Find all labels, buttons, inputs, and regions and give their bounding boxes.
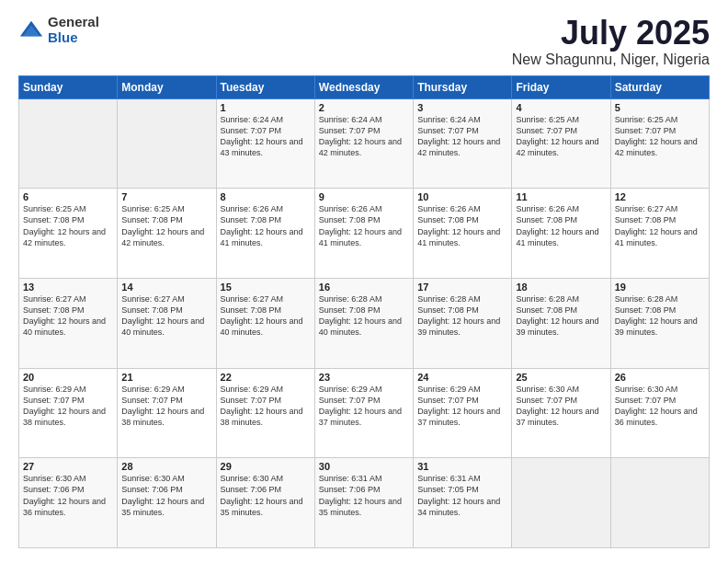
- calendar-cell: 1Sunrise: 6:24 AM Sunset: 7:07 PM Daylig…: [216, 98, 314, 189]
- calendar-cell: 16Sunrise: 6:28 AM Sunset: 7:08 PM Dayli…: [314, 278, 413, 368]
- calendar-cell: 13Sunrise: 6:27 AM Sunset: 7:08 PM Dayli…: [19, 278, 118, 368]
- day-info: Sunrise: 6:29 AM Sunset: 7:07 PM Dayligh…: [417, 384, 507, 429]
- logo: General Blue: [18, 15, 99, 45]
- day-number: 15: [221, 282, 311, 293]
- day-number: 16: [319, 282, 409, 293]
- calendar-body: 1Sunrise: 6:24 AM Sunset: 7:07 PM Daylig…: [19, 98, 710, 547]
- day-info: Sunrise: 6:30 AM Sunset: 7:06 PM Dayligh…: [23, 473, 113, 518]
- calendar-cell: 15Sunrise: 6:27 AM Sunset: 7:08 PM Dayli…: [216, 278, 314, 368]
- day-info: Sunrise: 6:28 AM Sunset: 7:08 PM Dayligh…: [417, 293, 507, 339]
- day-info: Sunrise: 6:27 AM Sunset: 7:08 PM Dayligh…: [221, 293, 311, 339]
- calendar-cell: 8Sunrise: 6:26 AM Sunset: 7:08 PM Daylig…: [216, 189, 314, 279]
- calendar-cell: 19Sunrise: 6:28 AM Sunset: 7:08 PM Dayli…: [610, 278, 709, 368]
- day-info: Sunrise: 6:31 AM Sunset: 7:05 PM Dayligh…: [417, 473, 507, 518]
- calendar-cell: 31Sunrise: 6:31 AM Sunset: 7:05 PM Dayli…: [414, 458, 512, 548]
- day-number: 11: [516, 191, 606, 202]
- calendar-cell: 9Sunrise: 6:26 AM Sunset: 7:08 PM Daylig…: [314, 189, 413, 279]
- day-number: 10: [417, 191, 507, 202]
- day-info: Sunrise: 6:28 AM Sunset: 7:08 PM Dayligh…: [516, 293, 606, 339]
- day-info: Sunrise: 6:30 AM Sunset: 7:06 PM Dayligh…: [221, 473, 311, 518]
- day-number: 12: [615, 191, 705, 202]
- day-number: 28: [121, 461, 211, 472]
- day-info: Sunrise: 6:30 AM Sunset: 7:06 PM Dayligh…: [121, 473, 211, 518]
- calendar-cell: 11Sunrise: 6:26 AM Sunset: 7:08 PM Dayli…: [512, 189, 610, 279]
- day-number: 29: [221, 461, 311, 472]
- day-number: 2: [319, 102, 409, 113]
- day-info: Sunrise: 6:26 AM Sunset: 7:08 PM Dayligh…: [221, 203, 311, 248]
- week-row-2: 6Sunrise: 6:25 AM Sunset: 7:08 PM Daylig…: [19, 189, 710, 279]
- calendar-cell: 27Sunrise: 6:30 AM Sunset: 7:06 PM Dayli…: [19, 458, 118, 548]
- calendar-cell: [19, 98, 118, 189]
- day-info: Sunrise: 6:29 AM Sunset: 7:07 PM Dayligh…: [23, 384, 113, 429]
- day-number: 22: [221, 372, 311, 383]
- calendar-cell: 14Sunrise: 6:27 AM Sunset: 7:08 PM Dayli…: [118, 278, 216, 368]
- day-info: Sunrise: 6:26 AM Sunset: 7:08 PM Dayligh…: [516, 203, 606, 248]
- week-row-4: 20Sunrise: 6:29 AM Sunset: 7:07 PM Dayli…: [19, 368, 710, 458]
- week-row-3: 13Sunrise: 6:27 AM Sunset: 7:08 PM Dayli…: [19, 278, 710, 368]
- calendar-cell: 17Sunrise: 6:28 AM Sunset: 7:08 PM Dayli…: [414, 278, 512, 368]
- day-info: Sunrise: 6:24 AM Sunset: 7:07 PM Dayligh…: [221, 114, 311, 159]
- logo-text: General Blue: [48, 15, 99, 45]
- title-section: July 2025 New Shagunnu, Niger, Nigeria: [512, 15, 710, 68]
- calendar-cell: 29Sunrise: 6:30 AM Sunset: 7:06 PM Dayli…: [216, 458, 314, 548]
- day-of-week-saturday: Saturday: [610, 75, 709, 98]
- day-of-week-thursday: Thursday: [414, 75, 512, 98]
- logo-blue-text: Blue: [48, 30, 99, 46]
- calendar-cell: 26Sunrise: 6:30 AM Sunset: 7:07 PM Dayli…: [610, 368, 709, 458]
- calendar-cell: 28Sunrise: 6:30 AM Sunset: 7:06 PM Dayli…: [118, 458, 216, 548]
- calendar-cell: 5Sunrise: 6:25 AM Sunset: 7:07 PM Daylig…: [610, 98, 709, 189]
- day-info: Sunrise: 6:26 AM Sunset: 7:08 PM Dayligh…: [417, 203, 507, 248]
- day-info: Sunrise: 6:31 AM Sunset: 7:06 PM Dayligh…: [319, 473, 409, 518]
- day-info: Sunrise: 6:30 AM Sunset: 7:07 PM Dayligh…: [516, 384, 606, 429]
- day-info: Sunrise: 6:30 AM Sunset: 7:07 PM Dayligh…: [615, 384, 705, 429]
- page: General Blue July 2025 New Shagunnu, Nig…: [0, 0, 728, 563]
- week-row-5: 27Sunrise: 6:30 AM Sunset: 7:06 PM Dayli…: [19, 458, 710, 548]
- calendar-cell: 7Sunrise: 6:25 AM Sunset: 7:08 PM Daylig…: [118, 189, 216, 279]
- day-of-week-friday: Friday: [512, 75, 610, 98]
- day-info: Sunrise: 6:25 AM Sunset: 7:07 PM Dayligh…: [615, 114, 705, 159]
- calendar-cell: 23Sunrise: 6:29 AM Sunset: 7:07 PM Dayli…: [314, 368, 413, 458]
- days-of-week-row: SundayMondayTuesdayWednesdayThursdayFrid…: [19, 75, 710, 98]
- day-number: 30: [319, 461, 409, 472]
- calendar-cell: 18Sunrise: 6:28 AM Sunset: 7:08 PM Dayli…: [512, 278, 610, 368]
- day-number: 4: [516, 102, 606, 113]
- calendar-cell: 30Sunrise: 6:31 AM Sunset: 7:06 PM Dayli…: [314, 458, 413, 548]
- day-info: Sunrise: 6:28 AM Sunset: 7:08 PM Dayligh…: [615, 293, 705, 339]
- day-info: Sunrise: 6:29 AM Sunset: 7:07 PM Dayligh…: [221, 384, 311, 429]
- day-number: 7: [121, 191, 211, 202]
- day-number: 21: [121, 372, 211, 383]
- day-info: Sunrise: 6:29 AM Sunset: 7:07 PM Dayligh…: [121, 384, 211, 429]
- day-info: Sunrise: 6:25 AM Sunset: 7:08 PM Dayligh…: [121, 203, 211, 248]
- calendar-cell: 25Sunrise: 6:30 AM Sunset: 7:07 PM Dayli…: [512, 368, 610, 458]
- day-info: Sunrise: 6:27 AM Sunset: 7:08 PM Dayligh…: [615, 203, 705, 248]
- day-number: 1: [221, 102, 311, 113]
- day-number: 17: [417, 282, 507, 293]
- day-number: 24: [417, 372, 507, 383]
- calendar-cell: 12Sunrise: 6:27 AM Sunset: 7:08 PM Dayli…: [610, 189, 709, 279]
- day-number: 26: [615, 372, 705, 383]
- calendar-cell: 2Sunrise: 6:24 AM Sunset: 7:07 PM Daylig…: [314, 98, 413, 189]
- week-row-1: 1Sunrise: 6:24 AM Sunset: 7:07 PM Daylig…: [19, 98, 710, 189]
- calendar-table: SundayMondayTuesdayWednesdayThursdayFrid…: [18, 75, 710, 548]
- day-number: 23: [319, 372, 409, 383]
- location: New Shagunnu, Niger, Nigeria: [512, 52, 710, 68]
- day-number: 27: [23, 461, 113, 472]
- calendar-cell: 21Sunrise: 6:29 AM Sunset: 7:07 PM Dayli…: [118, 368, 216, 458]
- calendar-cell: 3Sunrise: 6:24 AM Sunset: 7:07 PM Daylig…: [414, 98, 512, 189]
- day-number: 8: [221, 191, 311, 202]
- calendar-cell: [610, 458, 709, 548]
- calendar-cell: [118, 98, 216, 189]
- day-number: 6: [23, 191, 113, 202]
- day-number: 31: [417, 461, 507, 472]
- day-info: Sunrise: 6:24 AM Sunset: 7:07 PM Dayligh…: [417, 114, 507, 159]
- day-of-week-monday: Monday: [118, 75, 216, 98]
- day-number: 9: [319, 191, 409, 202]
- logo-icon: [18, 17, 44, 43]
- calendar-cell: [512, 458, 610, 548]
- calendar-cell: 22Sunrise: 6:29 AM Sunset: 7:07 PM Dayli…: [216, 368, 314, 458]
- day-info: Sunrise: 6:28 AM Sunset: 7:08 PM Dayligh…: [319, 293, 409, 339]
- day-number: 20: [23, 372, 113, 383]
- day-of-week-sunday: Sunday: [19, 75, 118, 98]
- month-title: July 2025: [512, 15, 710, 52]
- day-of-week-wednesday: Wednesday: [314, 75, 413, 98]
